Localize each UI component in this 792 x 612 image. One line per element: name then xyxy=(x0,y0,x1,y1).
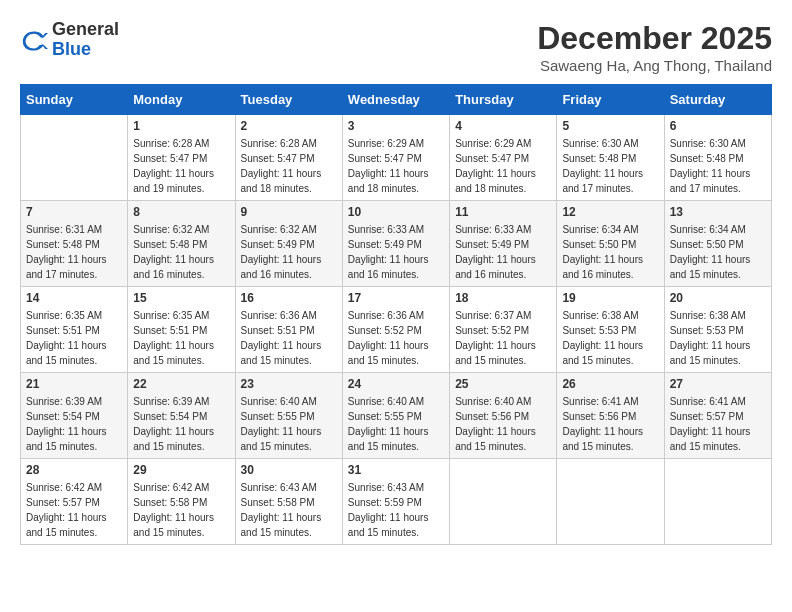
sunrise-label: Sunrise: 6:39 AM xyxy=(26,396,102,407)
day-number: 10 xyxy=(348,205,444,219)
sunset-label: Sunset: 5:55 PM xyxy=(241,411,315,422)
sunset-label: Sunset: 5:54 PM xyxy=(26,411,100,422)
calendar-cell: 15 Sunrise: 6:35 AM Sunset: 5:51 PM Dayl… xyxy=(128,287,235,373)
daylight-label: Daylight: 11 hours and 15 minutes. xyxy=(348,512,429,538)
sunset-label: Sunset: 5:48 PM xyxy=(133,239,207,250)
calendar-cell xyxy=(557,459,664,545)
daylight-label: Daylight: 11 hours and 15 minutes. xyxy=(670,254,751,280)
day-info: Sunrise: 6:37 AM Sunset: 5:52 PM Dayligh… xyxy=(455,308,551,368)
day-number: 25 xyxy=(455,377,551,391)
calendar-week-row: 14 Sunrise: 6:35 AM Sunset: 5:51 PM Dayl… xyxy=(21,287,772,373)
day-info: Sunrise: 6:34 AM Sunset: 5:50 PM Dayligh… xyxy=(670,222,766,282)
sunrise-label: Sunrise: 6:40 AM xyxy=(455,396,531,407)
sunset-label: Sunset: 5:58 PM xyxy=(133,497,207,508)
sunrise-label: Sunrise: 6:30 AM xyxy=(562,138,638,149)
sunset-label: Sunset: 5:59 PM xyxy=(348,497,422,508)
day-info: Sunrise: 6:33 AM Sunset: 5:49 PM Dayligh… xyxy=(455,222,551,282)
daylight-label: Daylight: 11 hours and 15 minutes. xyxy=(348,340,429,366)
calendar-cell: 2 Sunrise: 6:28 AM Sunset: 5:47 PM Dayli… xyxy=(235,115,342,201)
daylight-label: Daylight: 11 hours and 15 minutes. xyxy=(133,340,214,366)
weekday-header: Sunday xyxy=(21,85,128,115)
calendar-cell: 28 Sunrise: 6:42 AM Sunset: 5:57 PM Dayl… xyxy=(21,459,128,545)
weekday-header-row: SundayMondayTuesdayWednesdayThursdayFrid… xyxy=(21,85,772,115)
sunrise-label: Sunrise: 6:36 AM xyxy=(241,310,317,321)
day-number: 19 xyxy=(562,291,658,305)
day-number: 1 xyxy=(133,119,229,133)
sunset-label: Sunset: 5:51 PM xyxy=(133,325,207,336)
daylight-label: Daylight: 11 hours and 15 minutes. xyxy=(26,512,107,538)
calendar-cell: 23 Sunrise: 6:40 AM Sunset: 5:55 PM Dayl… xyxy=(235,373,342,459)
daylight-label: Daylight: 11 hours and 16 minutes. xyxy=(455,254,536,280)
day-number: 24 xyxy=(348,377,444,391)
daylight-label: Daylight: 11 hours and 15 minutes. xyxy=(348,426,429,452)
day-number: 5 xyxy=(562,119,658,133)
day-number: 6 xyxy=(670,119,766,133)
sunset-label: Sunset: 5:49 PM xyxy=(241,239,315,250)
calendar-cell: 1 Sunrise: 6:28 AM Sunset: 5:47 PM Dayli… xyxy=(128,115,235,201)
day-number: 3 xyxy=(348,119,444,133)
calendar-cell xyxy=(450,459,557,545)
sunrise-label: Sunrise: 6:29 AM xyxy=(348,138,424,149)
logo-icon xyxy=(20,26,48,54)
day-number: 31 xyxy=(348,463,444,477)
sunrise-label: Sunrise: 6:34 AM xyxy=(562,224,638,235)
calendar-cell: 4 Sunrise: 6:29 AM Sunset: 5:47 PM Dayli… xyxy=(450,115,557,201)
day-number: 8 xyxy=(133,205,229,219)
day-info: Sunrise: 6:29 AM Sunset: 5:47 PM Dayligh… xyxy=(348,136,444,196)
day-info: Sunrise: 6:43 AM Sunset: 5:58 PM Dayligh… xyxy=(241,480,337,540)
calendar-cell: 13 Sunrise: 6:34 AM Sunset: 5:50 PM Dayl… xyxy=(664,201,771,287)
day-info: Sunrise: 6:28 AM Sunset: 5:47 PM Dayligh… xyxy=(133,136,229,196)
day-info: Sunrise: 6:31 AM Sunset: 5:48 PM Dayligh… xyxy=(26,222,122,282)
day-number: 23 xyxy=(241,377,337,391)
day-info: Sunrise: 6:39 AM Sunset: 5:54 PM Dayligh… xyxy=(26,394,122,454)
calendar-cell: 27 Sunrise: 6:41 AM Sunset: 5:57 PM Dayl… xyxy=(664,373,771,459)
sunset-label: Sunset: 5:47 PM xyxy=(348,153,422,164)
sunrise-label: Sunrise: 6:32 AM xyxy=(241,224,317,235)
day-number: 2 xyxy=(241,119,337,133)
sunset-label: Sunset: 5:52 PM xyxy=(348,325,422,336)
sunset-label: Sunset: 5:53 PM xyxy=(670,325,744,336)
calendar-cell: 20 Sunrise: 6:38 AM Sunset: 5:53 PM Dayl… xyxy=(664,287,771,373)
calendar-cell: 7 Sunrise: 6:31 AM Sunset: 5:48 PM Dayli… xyxy=(21,201,128,287)
day-number: 30 xyxy=(241,463,337,477)
day-number: 29 xyxy=(133,463,229,477)
day-info: Sunrise: 6:41 AM Sunset: 5:56 PM Dayligh… xyxy=(562,394,658,454)
daylight-label: Daylight: 11 hours and 15 minutes. xyxy=(670,426,751,452)
sunset-label: Sunset: 5:56 PM xyxy=(562,411,636,422)
day-number: 27 xyxy=(670,377,766,391)
day-number: 21 xyxy=(26,377,122,391)
day-number: 16 xyxy=(241,291,337,305)
sunrise-label: Sunrise: 6:37 AM xyxy=(455,310,531,321)
daylight-label: Daylight: 11 hours and 15 minutes. xyxy=(133,426,214,452)
calendar-cell: 22 Sunrise: 6:39 AM Sunset: 5:54 PM Dayl… xyxy=(128,373,235,459)
day-info: Sunrise: 6:42 AM Sunset: 5:57 PM Dayligh… xyxy=(26,480,122,540)
sunset-label: Sunset: 5:50 PM xyxy=(562,239,636,250)
daylight-label: Daylight: 11 hours and 15 minutes. xyxy=(241,512,322,538)
calendar-cell: 17 Sunrise: 6:36 AM Sunset: 5:52 PM Dayl… xyxy=(342,287,449,373)
day-info: Sunrise: 6:43 AM Sunset: 5:59 PM Dayligh… xyxy=(348,480,444,540)
calendar-cell: 30 Sunrise: 6:43 AM Sunset: 5:58 PM Dayl… xyxy=(235,459,342,545)
daylight-label: Daylight: 11 hours and 15 minutes. xyxy=(241,426,322,452)
calendar-cell: 26 Sunrise: 6:41 AM Sunset: 5:56 PM Dayl… xyxy=(557,373,664,459)
day-info: Sunrise: 6:41 AM Sunset: 5:57 PM Dayligh… xyxy=(670,394,766,454)
day-number: 14 xyxy=(26,291,122,305)
sunset-label: Sunset: 5:48 PM xyxy=(26,239,100,250)
calendar-week-row: 21 Sunrise: 6:39 AM Sunset: 5:54 PM Dayl… xyxy=(21,373,772,459)
sunset-label: Sunset: 5:47 PM xyxy=(133,153,207,164)
sunrise-label: Sunrise: 6:41 AM xyxy=(562,396,638,407)
day-number: 18 xyxy=(455,291,551,305)
calendar-cell: 18 Sunrise: 6:37 AM Sunset: 5:52 PM Dayl… xyxy=(450,287,557,373)
sunset-label: Sunset: 5:47 PM xyxy=(241,153,315,164)
sunrise-label: Sunrise: 6:42 AM xyxy=(26,482,102,493)
sunset-label: Sunset: 5:57 PM xyxy=(670,411,744,422)
title-block: December 2025 Sawaeng Ha, Ang Thong, Tha… xyxy=(537,20,772,74)
daylight-label: Daylight: 11 hours and 15 minutes. xyxy=(133,512,214,538)
sunset-label: Sunset: 5:57 PM xyxy=(26,497,100,508)
logo-blue: Blue xyxy=(52,40,119,60)
weekday-header: Saturday xyxy=(664,85,771,115)
calendar-cell: 10 Sunrise: 6:33 AM Sunset: 5:49 PM Dayl… xyxy=(342,201,449,287)
daylight-label: Daylight: 11 hours and 15 minutes. xyxy=(562,340,643,366)
weekday-header: Wednesday xyxy=(342,85,449,115)
calendar-cell: 5 Sunrise: 6:30 AM Sunset: 5:48 PM Dayli… xyxy=(557,115,664,201)
day-number: 17 xyxy=(348,291,444,305)
